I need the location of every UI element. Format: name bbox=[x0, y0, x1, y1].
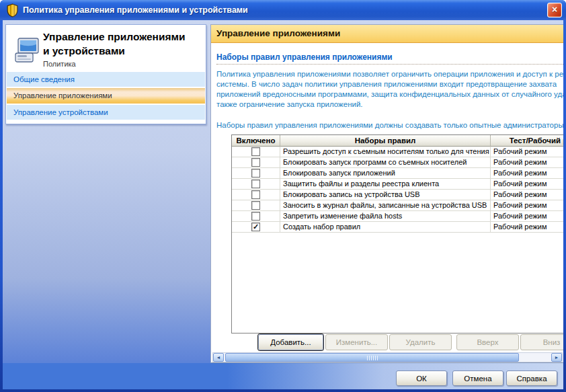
description-paragraph: Политика управления приложениями позволя… bbox=[216, 69, 563, 110]
divider bbox=[216, 64, 563, 65]
client-area: Управление приложениями и устройствами П… bbox=[3, 20, 563, 389]
move-down-button[interactable]: Вниз bbox=[520, 334, 563, 350]
column-header-enabled[interactable]: Включено bbox=[232, 135, 280, 147]
scroll-left-button[interactable]: ◄ bbox=[213, 353, 224, 362]
rule-name: Блокировать запуск приложений bbox=[280, 168, 491, 179]
checkmark: ✓ bbox=[253, 223, 259, 231]
scroll-right-icon: ► bbox=[555, 355, 559, 360]
rule-mode: Рабочий режим bbox=[491, 168, 563, 179]
table-row[interactable]: Блокировать запуск приложений Рабочий ре… bbox=[232, 168, 563, 179]
sidebar-panel: Управление приложениями и устройствами П… bbox=[5, 24, 206, 124]
rule-checkbox[interactable] bbox=[251, 190, 260, 199]
rule-name: Блокировать запись на устройства USB bbox=[280, 190, 491, 200]
rule-checkbox[interactable] bbox=[251, 201, 260, 210]
rule-name: Заносить в журнал файлы, записанные на у… bbox=[280, 200, 491, 211]
rule-mode: Рабочий режим bbox=[491, 190, 563, 200]
sidebar-nav: Общие сведения Управление приложениями У… bbox=[7, 72, 205, 121]
rule-checkbox[interactable] bbox=[251, 158, 260, 167]
table-row[interactable]: Запретить изменение файла hosts Рабочий … bbox=[232, 211, 563, 222]
note-paragraph: Наборы правил управления приложениями до… bbox=[216, 120, 563, 130]
horizontal-scrollbar[interactable]: ◄ ► bbox=[212, 352, 563, 362]
sidebar-heading: Управление приложениями и устройствами bbox=[43, 30, 186, 58]
close-icon: × bbox=[552, 5, 557, 14]
page-title: Управление приложениями bbox=[211, 25, 563, 43]
rule-checkbox[interactable] bbox=[251, 169, 260, 178]
rule-name: Создать набор правил bbox=[280, 222, 491, 233]
table-row[interactable]: Разрешить доступ к съемным носителям тол… bbox=[232, 147, 563, 157]
table-header-row: Включено Наборы правил Тест/Рабочий режи… bbox=[232, 135, 563, 147]
window-title: Политика управления приложениями и устро… bbox=[23, 5, 248, 15]
sidebar-heading-line2: и устройствами bbox=[43, 45, 125, 56]
rule-name: Блокировать запуск программ со съемных н… bbox=[280, 157, 491, 168]
section-title: Наборы правил управления приложениями bbox=[216, 52, 393, 62]
add-button[interactable]: Добавить... bbox=[258, 334, 323, 350]
ok-button[interactable]: ОК bbox=[396, 370, 447, 386]
sidebar-item-devices[interactable]: Управление устройствами bbox=[7, 105, 205, 120]
rule-mode: Рабочий режим bbox=[491, 222, 563, 233]
title-bar: Политика управления приложениями и устро… bbox=[0, 0, 566, 20]
rule-mode: Рабочий режим bbox=[491, 147, 563, 157]
sidebar-heading-line1: Управление приложениями bbox=[43, 31, 186, 42]
scrollbar-grip bbox=[367, 356, 378, 360]
delete-button[interactable]: Удалить bbox=[389, 334, 452, 350]
rule-name: Защитить файлы и разделы реестра клиента bbox=[280, 179, 491, 190]
table-row[interactable]: Защитить файлы и разделы реестра клиента… bbox=[232, 179, 563, 190]
table-row[interactable]: Блокировать запись на устройства USB Раб… bbox=[232, 190, 563, 200]
rule-checkbox[interactable]: ✓ bbox=[251, 223, 260, 231]
sidebar-item-general[interactable]: Общие сведения bbox=[7, 72, 205, 87]
scrollbar-thumb[interactable] bbox=[225, 353, 519, 362]
table-row[interactable]: ✓ Создать набор правил Рабочий режим bbox=[232, 222, 563, 233]
shield-icon bbox=[5, 3, 19, 17]
rule-checkbox[interactable] bbox=[251, 180, 260, 188]
table-row[interactable]: Заносить в журнал файлы, записанные на у… bbox=[232, 200, 563, 211]
close-button[interactable]: × bbox=[547, 3, 562, 17]
table-row[interactable]: Блокировать запуск программ со съемных н… bbox=[232, 157, 563, 168]
rule-checkbox[interactable] bbox=[251, 147, 260, 156]
rule-name: Разрешить доступ к съемным носителям тол… bbox=[280, 147, 491, 157]
rule-mode: Рабочий режим bbox=[491, 200, 563, 211]
scroll-right-button[interactable]: ► bbox=[551, 353, 562, 362]
rule-mode: Рабочий режим bbox=[491, 211, 563, 222]
cancel-button[interactable]: Отмена bbox=[452, 370, 503, 386]
column-header-mode[interactable]: Тест/Рабочий режим bbox=[491, 135, 563, 147]
footer-bar: ОК Отмена Справка bbox=[3, 363, 563, 389]
content-panel: Управление приложениями Наборы правил уп… bbox=[210, 24, 563, 363]
rule-checkbox[interactable] bbox=[251, 212, 260, 221]
move-up-button[interactable]: Вверх bbox=[456, 334, 519, 350]
rule-mode: Рабочий режим bbox=[491, 157, 563, 168]
dialog-window: Политика управления приложениями и устро… bbox=[0, 0, 566, 392]
help-button[interactable]: Справка bbox=[506, 370, 557, 386]
edit-button[interactable]: Изменить... bbox=[325, 334, 388, 350]
rule-mode: Рабочий режим bbox=[491, 179, 563, 190]
rule-name: Запретить изменение файла hosts bbox=[280, 211, 491, 222]
column-header-rules[interactable]: Наборы правил bbox=[280, 135, 491, 147]
sidebar-subtitle: Политика bbox=[43, 60, 76, 68]
sidebar-item-applications[interactable]: Управление приложениями bbox=[7, 88, 205, 104]
computer-icon bbox=[14, 37, 41, 64]
rules-table: Включено Наборы правил Тест/Рабочий режи… bbox=[231, 134, 563, 334]
scroll-left-icon: ◄ bbox=[216, 355, 221, 360]
